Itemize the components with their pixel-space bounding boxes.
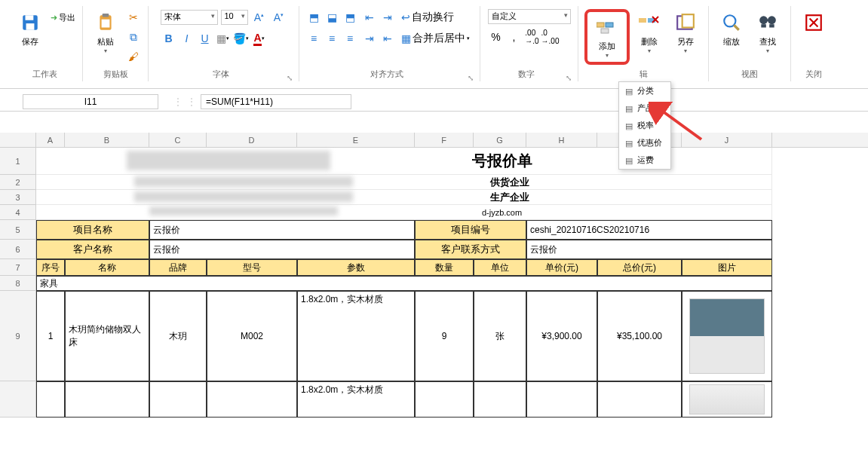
row-header[interactable]: 7 bbox=[0, 259, 36, 276]
increase-indent-button[interactable]: ⇥ bbox=[379, 9, 396, 26]
font-color-button[interactable]: A▾ bbox=[251, 30, 268, 47]
dropdown-item-shipping[interactable]: ▤运费 bbox=[619, 151, 670, 169]
font-expand-icon[interactable]: ⤡ bbox=[287, 74, 296, 83]
decrease-indent-button[interactable]: ⇤ bbox=[361, 9, 378, 26]
align-top-button[interactable]: ⬒ bbox=[305, 9, 322, 26]
cell[interactable]: 品牌 bbox=[149, 259, 207, 276]
cell[interactable]: 供货企业 bbox=[36, 175, 772, 190]
cell[interactable]: 木玥 bbox=[149, 291, 207, 381]
cell[interactable]: 张 bbox=[474, 291, 526, 381]
close-button[interactable] bbox=[797, 9, 830, 36]
cell[interactable]: ¥3,900.00 bbox=[526, 291, 597, 381]
row-header[interactable] bbox=[0, 381, 36, 418]
cell[interactable]: 客户联系方式 bbox=[415, 240, 526, 259]
cell[interactable]: M002 bbox=[207, 291, 297, 381]
cell[interactable]: 参数 bbox=[297, 259, 415, 276]
cell[interactable]: 木玥简约储物双人床 bbox=[65, 291, 149, 381]
cell[interactable]: 9 bbox=[415, 291, 474, 381]
cell[interactable]: 名称 bbox=[65, 259, 149, 276]
decrease-decimal-button[interactable]: .0→.00 bbox=[542, 29, 559, 45]
cell[interactable] bbox=[682, 291, 772, 381]
cell[interactable] bbox=[682, 381, 772, 418]
row-header[interactable]: 1 bbox=[0, 148, 36, 175]
row-header[interactable]: 9 bbox=[0, 291, 36, 381]
copy-button[interactable]: ⧉ bbox=[125, 29, 142, 45]
align-left-button[interactable]: ≡ bbox=[305, 30, 322, 47]
export-button[interactable]: ➜ 导出 bbox=[50, 9, 76, 26]
cell[interactable] bbox=[597, 381, 682, 418]
row-header[interactable]: 8 bbox=[0, 276, 36, 291]
cell[interactable]: 项目名称 bbox=[36, 220, 149, 240]
cell[interactable]: 云报价 bbox=[149, 240, 415, 259]
add-button[interactable]: 添加 ▾ bbox=[590, 14, 624, 60]
select-all-corner[interactable] bbox=[0, 133, 36, 147]
cell[interactable] bbox=[526, 381, 597, 418]
row-header[interactable]: 4 bbox=[0, 205, 36, 220]
cell[interactable]: 序号 bbox=[36, 259, 65, 276]
cut-button[interactable]: ✂ bbox=[125, 9, 142, 26]
col-header-B[interactable]: B bbox=[65, 133, 149, 147]
col-header-J[interactable]: J bbox=[682, 133, 772, 147]
col-header-H[interactable]: H bbox=[526, 133, 597, 147]
save-as-button[interactable]: 另存 ▾ bbox=[669, 9, 702, 56]
cell[interactable]: 客户名称 bbox=[36, 240, 149, 259]
bold-button[interactable]: B bbox=[161, 30, 177, 47]
dropdown-item-category[interactable]: ▤分类 bbox=[619, 82, 670, 99]
outdent-button[interactable]: ⇤ bbox=[379, 30, 396, 47]
cell[interactable]: 图片 bbox=[682, 259, 772, 276]
zoom-button[interactable]: 缩放 bbox=[715, 9, 748, 49]
col-header-D[interactable]: D bbox=[207, 133, 297, 147]
row-header[interactable]: 5 bbox=[0, 220, 36, 240]
align-right-button[interactable]: ≡ bbox=[342, 30, 358, 47]
format-painter-button[interactable]: 🖌 bbox=[125, 48, 142, 65]
cell[interactable]: ¥35,100.00 bbox=[597, 291, 682, 381]
cell[interactable]: 单位 bbox=[474, 259, 526, 276]
formula-input[interactable]: =SUM(F11*H11) bbox=[201, 94, 351, 109]
cell[interactable]: 单价(元) bbox=[526, 259, 597, 276]
borders-button[interactable]: ▦▾ bbox=[215, 30, 232, 47]
cell[interactable] bbox=[36, 381, 65, 418]
cell[interactable]: 项目编号 bbox=[415, 220, 526, 240]
font-name-select[interactable]: 宋体 bbox=[161, 10, 218, 25]
align-expand-icon[interactable]: ⤡ bbox=[468, 74, 477, 83]
col-header-G[interactable]: G bbox=[474, 133, 526, 147]
cell[interactable]: 总价(元) bbox=[597, 259, 682, 276]
col-header-C[interactable]: C bbox=[149, 133, 207, 147]
find-button[interactable]: 查找 ▾ bbox=[751, 9, 784, 56]
underline-button[interactable]: U bbox=[197, 30, 213, 47]
dropdown-item-tax[interactable]: ▤税率 bbox=[619, 117, 670, 134]
cell[interactable]: 生产企业 bbox=[36, 190, 772, 205]
dropdown-item-product[interactable]: ▤产品 bbox=[619, 99, 670, 117]
cell[interactable]: ceshi_20210716CS20210716 bbox=[526, 220, 772, 240]
font-size-select[interactable]: 10 bbox=[221, 10, 248, 25]
cell[interactable]: 数量 bbox=[415, 259, 474, 276]
merge-center-button[interactable]: ▦合并后居中▾ bbox=[397, 30, 474, 47]
cell[interactable]: 云报价 bbox=[149, 220, 415, 240]
grow-font-button[interactable]: A▴ bbox=[251, 9, 268, 26]
delete-button[interactable]: 删除 ▾ bbox=[633, 9, 666, 56]
fill-color-button[interactable]: 🪣▾ bbox=[233, 30, 250, 47]
comma-button[interactable]: , bbox=[506, 29, 523, 45]
cell[interactable]: 1 bbox=[36, 291, 65, 381]
col-header-F[interactable]: F bbox=[415, 133, 474, 147]
cell[interactable]: 1.8x2.0m，实木材质 bbox=[297, 381, 415, 418]
cell[interactable]: 云报价 bbox=[526, 240, 772, 259]
row-header[interactable]: 2 bbox=[0, 175, 36, 190]
number-format-select[interactable]: 自定义 bbox=[488, 9, 571, 24]
cell[interactable] bbox=[415, 381, 474, 418]
save-button[interactable]: 保存 bbox=[14, 9, 47, 49]
percent-button[interactable]: % bbox=[488, 29, 505, 45]
cell[interactable]: 型号 bbox=[207, 259, 297, 276]
align-middle-button[interactable]: ⬓ bbox=[324, 9, 340, 26]
cell[interactable] bbox=[207, 381, 297, 418]
paste-button[interactable]: 粘贴 ▾ bbox=[89, 9, 122, 56]
dropdown-item-discount[interactable]: ▤优惠价 bbox=[619, 134, 670, 151]
name-box[interactable]: I11 bbox=[23, 94, 158, 109]
align-center-button[interactable]: ≡ bbox=[324, 30, 340, 47]
col-header-A[interactable]: A bbox=[36, 133, 65, 147]
indent-button[interactable]: ⇥ bbox=[361, 30, 378, 47]
cell[interactable]: 家具 bbox=[36, 276, 772, 291]
align-bottom-button[interactable]: ⬒ bbox=[342, 9, 358, 26]
shrink-font-button[interactable]: A▾ bbox=[271, 9, 287, 26]
row-header[interactable]: 6 bbox=[0, 240, 36, 259]
